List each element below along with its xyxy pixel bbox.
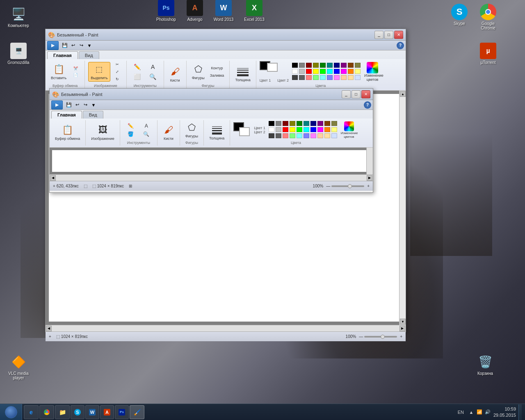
palette-cell-8[interactable] [324, 121, 330, 126]
zoom-slider-back[interactable] [364, 336, 397, 338]
desktop-icon-advergo[interactable]: A Advergo [180, 0, 209, 23]
palette-cell-24[interactable] [320, 75, 326, 80]
taskbar-ie[interactable]: e [24, 405, 39, 419]
palette-cell-10[interactable] [292, 69, 298, 74]
palette-cell-22[interactable] [283, 133, 288, 138]
scroll-right-front[interactable]: ▶ [367, 175, 372, 181]
palette-cell-1[interactable] [299, 63, 305, 68]
qa-undo-back[interactable]: ↩ [69, 42, 77, 49]
zoom-thumb-back[interactable] [381, 335, 385, 339]
desktop-icon-word[interactable]: W Word 2013 [209, 0, 238, 23]
resize-btn[interactable]: ⤢ [112, 68, 123, 75]
palette-cell-5[interactable] [327, 63, 333, 68]
zoom-plus-back[interactable]: + [400, 334, 402, 339]
color2-back[interactable] [267, 63, 278, 72]
palette-cell-9[interactable] [355, 63, 361, 68]
taskbar-chrome[interactable] [39, 405, 54, 419]
palette-cell-22[interactable] [306, 75, 312, 80]
palette-cell-7[interactable] [341, 63, 347, 68]
scrollbar-h-front[interactable]: ◀ ▶ [50, 174, 373, 181]
clock[interactable]: 10:59 29.05.2015 [493, 406, 516, 418]
qa-undo-front[interactable]: ↩ [73, 101, 81, 109]
palette-cell-6[interactable] [310, 121, 316, 126]
palette-cell-16[interactable] [334, 69, 340, 74]
palette-cell-23[interactable] [290, 133, 295, 138]
palette-cell-6[interactable] [334, 63, 340, 68]
qa-save-front[interactable]: 💾 [65, 101, 73, 109]
palette-cell-15[interactable] [304, 127, 309, 132]
qa-redo-back[interactable]: ↪ [78, 42, 85, 49]
palette-cell-29[interactable] [331, 133, 337, 138]
desktop-icon-utorrent[interactable]: µ µTorrent [474, 41, 502, 66]
palette-cell-14[interactable] [297, 127, 302, 132]
palette-cell-12[interactable] [306, 69, 312, 74]
canvas-area-front[interactable] [50, 148, 373, 174]
network-icon[interactable]: 📶 [476, 409, 483, 415]
zoom-tool-front[interactable]: 🔍 [139, 130, 154, 138]
scrollbar-v-back[interactable]: ▲ ▼ [399, 91, 406, 325]
palette-cell-26[interactable] [334, 75, 340, 80]
palette-cell-20[interactable] [269, 133, 274, 138]
palette-cell-21[interactable] [299, 75, 305, 80]
palette-cell-19[interactable] [331, 127, 337, 132]
canvas-front[interactable] [52, 150, 370, 172]
zoom-minus-front[interactable]: — [326, 184, 330, 188]
scrollbar-h-back[interactable]: ◀ ▶ [46, 325, 406, 331]
paint-menu-btn-back[interactable]: ▶ [47, 41, 59, 50]
color2-front[interactable] [239, 127, 250, 136]
taskbar-photoshop[interactable]: Ps [115, 405, 129, 419]
eraser-btn[interactable]: ⬜ [130, 72, 145, 81]
palette-cell-16[interactable] [310, 127, 316, 132]
qa-more-front[interactable]: ▼ [90, 101, 97, 109]
palette-cell-23[interactable] [313, 75, 319, 80]
palette-cell-9[interactable] [331, 121, 337, 126]
palette-cell-2[interactable] [283, 121, 288, 126]
desktop-icon-chrome[interactable]: Google Chrome [474, 2, 502, 32]
palette-cell-17[interactable] [317, 127, 323, 132]
scroll-right-back[interactable]: ▶ [399, 326, 405, 331]
brushes-btn-back[interactable]: 🖌 Кисти [167, 65, 183, 84]
tab-view-back[interactable]: Вид [79, 51, 99, 59]
minimize-btn-front[interactable]: _ [342, 90, 351, 98]
palette-cell-0[interactable] [269, 121, 274, 126]
show-desktop-btn[interactable] [518, 404, 522, 420]
palette-cell-18[interactable] [348, 69, 354, 74]
palette-cell-18[interactable] [324, 127, 330, 132]
scrollbar-v-front[interactable] [366, 148, 373, 174]
zoom-plus-front[interactable]: + [367, 184, 370, 188]
palette-cell-13[interactable] [290, 127, 295, 132]
palette-cell-19[interactable] [355, 69, 361, 74]
pencil-front[interactable]: ✏️ [123, 122, 138, 130]
maximize-btn-back[interactable]: □ [384, 31, 393, 39]
taskbar-explorer[interactable]: 📁 [55, 405, 70, 419]
shapes-btn-back[interactable]: ⬠ Фигуры [190, 62, 207, 81]
crop-btn[interactable]: ✂ [112, 61, 123, 68]
palette-cell-8[interactable] [348, 63, 354, 68]
palette-cell-27[interactable] [341, 75, 347, 80]
palette-cell-14[interactable] [320, 69, 326, 74]
palette-cell-28[interactable] [324, 133, 330, 138]
outline-btn-back[interactable]: Контур [208, 65, 226, 71]
help-btn-front[interactable]: ? [364, 101, 371, 109]
palette-cell-20[interactable] [292, 75, 298, 80]
zoom-thumb-front[interactable] [348, 184, 352, 188]
palette-cell-25[interactable] [304, 133, 309, 138]
scroll-down-back[interactable]: ▼ [400, 319, 406, 324]
taskbar-paint[interactable]: 🖌️ [130, 405, 144, 419]
maximize-btn-front[interactable]: □ [352, 90, 361, 98]
palette-cell-21[interactable] [276, 133, 281, 138]
tab-home-back[interactable]: Главная [47, 51, 78, 59]
fill-color-btn[interactable]: 🔍 [146, 72, 160, 81]
text-front[interactable]: A [139, 122, 154, 130]
scroll-left-front[interactable]: ◀ [50, 175, 56, 181]
palette-cell-17[interactable] [341, 69, 347, 74]
titlebar-back[interactable]: 🎨 Безымянный - Paint _ □ ✕ [46, 29, 406, 41]
palette-cell-15[interactable] [327, 69, 333, 74]
help-btn-back[interactable]: ? [397, 42, 404, 49]
palette-cell-3[interactable] [313, 63, 319, 68]
palette-cell-13[interactable] [313, 69, 319, 74]
tray-arrow[interactable]: ▲ [468, 409, 475, 415]
lang-indicator[interactable]: EN [456, 410, 466, 415]
pencil-btn[interactable]: ✏️ [130, 62, 145, 71]
brushes-btn-front[interactable]: 🖌 Кисти [161, 123, 176, 142]
